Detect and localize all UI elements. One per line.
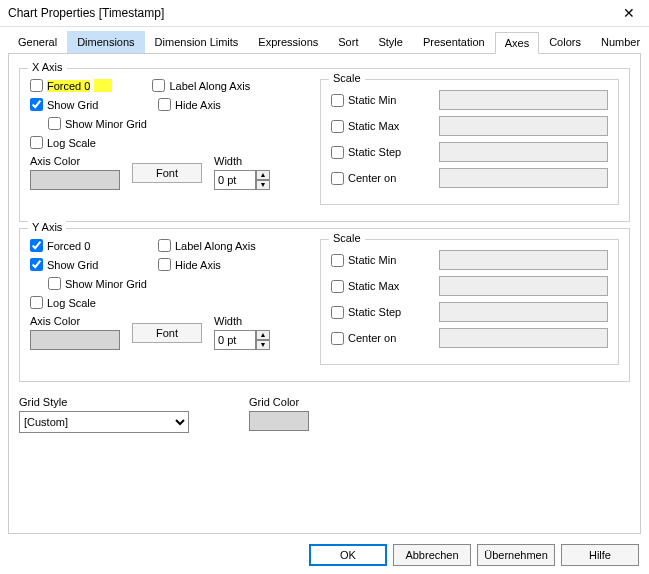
y-forced0-checkbox[interactable]: Forced 0 [30, 239, 118, 252]
y-static-min-checkbox[interactable]: Static Min [331, 254, 431, 267]
tab-bar: General Dimensions Dimension Limits Expr… [8, 31, 641, 54]
tab-axes[interactable]: Axes [495, 32, 539, 54]
x-axis-color-label: Axis Color [30, 155, 120, 167]
ok-button[interactable]: OK [309, 544, 387, 566]
y-axis-legend: Y Axis [28, 221, 66, 233]
y-static-step-checkbox[interactable]: Static Step [331, 306, 431, 319]
y-axis-group: Y Axis Forced 0 Label Along Axis Show Gr… [19, 228, 630, 382]
x-forced0-checkbox[interactable]: Forced 0 [30, 79, 112, 92]
x-center-on-input[interactable] [439, 168, 608, 188]
x-static-step-input[interactable] [439, 142, 608, 162]
x-log-scale-checkbox[interactable]: Log Scale [30, 136, 310, 149]
y-scale-group: Scale Static Min Static Max Static Step … [320, 239, 619, 365]
tab-dimension-limits[interactable]: Dimension Limits [145, 31, 249, 53]
grid-style-label: Grid Style [19, 396, 189, 408]
y-axis-color-label: Axis Color [30, 315, 120, 327]
y-show-grid-checkbox[interactable]: Show Grid [30, 258, 118, 271]
y-center-on-checkbox[interactable]: Center on [331, 332, 431, 345]
cancel-button[interactable]: Abbrechen [393, 544, 471, 566]
y-log-scale-checkbox[interactable]: Log Scale [30, 296, 310, 309]
tab-general[interactable]: General [8, 31, 67, 53]
x-label-along-checkbox[interactable]: Label Along Axis [152, 79, 250, 92]
apply-button[interactable]: Übernehmen [477, 544, 555, 566]
grid-color-swatch[interactable] [249, 411, 309, 431]
window-title: Chart Properties [Timestamp] [8, 6, 164, 20]
x-hide-axis-checkbox[interactable]: Hide Axis [158, 98, 221, 111]
x-scale-group: Scale Static Min Static Max Static Step … [320, 79, 619, 205]
spin-up-icon[interactable]: ▲ [256, 330, 270, 340]
tab-dimensions[interactable]: Dimensions [67, 31, 144, 53]
y-static-min-input[interactable] [439, 250, 608, 270]
y-width-label: Width [214, 315, 270, 327]
y-center-on-input[interactable] [439, 328, 608, 348]
x-font-button[interactable]: Font [132, 163, 202, 183]
x-show-minor-grid-checkbox[interactable]: Show Minor Grid [48, 117, 310, 130]
spin-down-icon[interactable]: ▼ [256, 340, 270, 350]
x-axis-legend: X Axis [28, 61, 67, 73]
y-axis-color-swatch[interactable] [30, 330, 120, 350]
y-show-minor-grid-checkbox[interactable]: Show Minor Grid [48, 277, 310, 290]
spin-down-icon[interactable]: ▼ [256, 180, 270, 190]
tab-sort[interactable]: Sort [328, 31, 368, 53]
grid-color-label: Grid Color [249, 396, 309, 408]
close-icon[interactable]: ✕ [617, 6, 641, 20]
y-static-max-input[interactable] [439, 276, 608, 296]
y-static-step-input[interactable] [439, 302, 608, 322]
tab-expressions[interactable]: Expressions [248, 31, 328, 53]
x-static-max-checkbox[interactable]: Static Max [331, 120, 431, 133]
x-axis-group: X Axis Forced 0 Label Along Axis Show Gr… [19, 68, 630, 222]
help-button[interactable]: Hilfe [561, 544, 639, 566]
x-center-on-checkbox[interactable]: Center on [331, 172, 431, 185]
dialog-footer: OK Abbrechen Übernehmen Hilfe [8, 544, 641, 566]
y-width-spinner[interactable]: ▲▼ [214, 330, 270, 350]
x-width-spinner[interactable]: ▲▼ [214, 170, 270, 190]
tab-number[interactable]: Number [591, 31, 649, 53]
y-font-button[interactable]: Font [132, 323, 202, 343]
x-static-min-input[interactable] [439, 90, 608, 110]
x-scale-legend: Scale [329, 72, 365, 84]
y-hide-axis-checkbox[interactable]: Hide Axis [158, 258, 221, 271]
x-width-label: Width [214, 155, 270, 167]
x-static-min-checkbox[interactable]: Static Min [331, 94, 431, 107]
tab-presentation[interactable]: Presentation [413, 31, 495, 53]
spin-up-icon[interactable]: ▲ [256, 170, 270, 180]
x-axis-color-swatch[interactable] [30, 170, 120, 190]
x-static-max-input[interactable] [439, 116, 608, 136]
grid-style-select[interactable]: [Custom] [19, 411, 189, 433]
tab-style[interactable]: Style [368, 31, 412, 53]
y-scale-legend: Scale [329, 232, 365, 244]
tab-colors[interactable]: Colors [539, 31, 591, 53]
x-static-step-checkbox[interactable]: Static Step [331, 146, 431, 159]
y-label-along-checkbox[interactable]: Label Along Axis [158, 239, 256, 252]
y-static-max-checkbox[interactable]: Static Max [331, 280, 431, 293]
x-show-grid-checkbox[interactable]: Show Grid [30, 98, 118, 111]
